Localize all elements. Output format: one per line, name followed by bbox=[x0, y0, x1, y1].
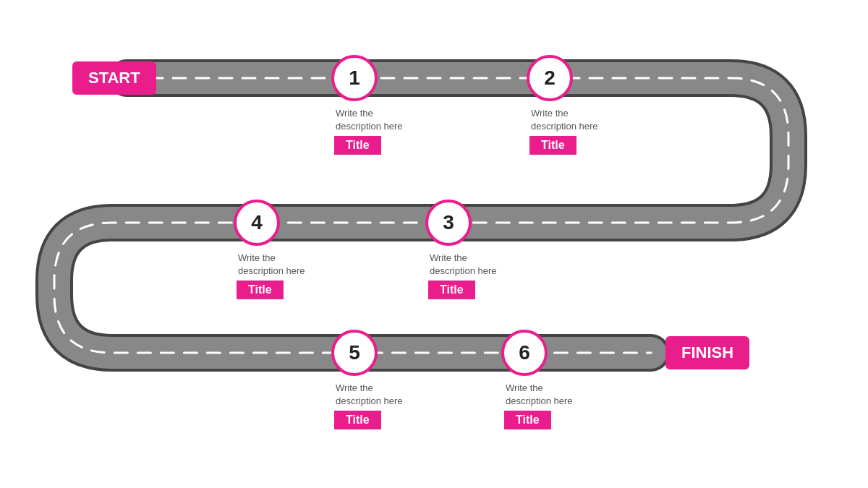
canvas: START FINISH 1 Write the description her… bbox=[0, 0, 868, 488]
step-number-5: 5 bbox=[349, 341, 360, 364]
step-circle-2: 2 bbox=[527, 55, 573, 101]
step-number-2: 2 bbox=[544, 67, 556, 90]
step-title-6: Title bbox=[504, 411, 551, 429]
step-info-5: Write the description here Title bbox=[334, 382, 403, 429]
step-desc-6: Write the description here bbox=[504, 382, 573, 408]
step-desc-3: Write the description here bbox=[428, 252, 497, 278]
step-circle-6: 6 bbox=[501, 330, 548, 376]
step-title-5: Title bbox=[334, 411, 381, 429]
step-info-4: Write the description here Title bbox=[237, 252, 305, 299]
step-circle-1: 1 bbox=[331, 55, 378, 101]
step-info-3: Write the description here Title bbox=[428, 252, 497, 299]
step-circle-4: 4 bbox=[234, 200, 280, 246]
step-desc-4: Write the description here bbox=[237, 252, 305, 278]
step-title-1: Title bbox=[334, 136, 381, 155]
step-desc-1: Write the description here bbox=[334, 107, 403, 133]
step-desc-5: Write the description here bbox=[334, 382, 403, 408]
step-title-2: Title bbox=[529, 136, 576, 155]
step-number-4: 4 bbox=[251, 211, 263, 234]
step-info-2: Write the description here Title bbox=[529, 107, 598, 155]
step-number-6: 6 bbox=[519, 341, 530, 364]
step-number-3: 3 bbox=[443, 211, 454, 234]
step-info-1: Write the description here Title bbox=[334, 107, 403, 155]
step-title-4: Title bbox=[237, 281, 284, 299]
step-title-3: Title bbox=[428, 281, 475, 299]
step-number-1: 1 bbox=[349, 67, 360, 90]
start-label: START bbox=[72, 61, 156, 95]
step-desc-2: Write the description here bbox=[529, 107, 598, 133]
step-info-6: Write the description here Title bbox=[504, 382, 573, 429]
step-circle-3: 3 bbox=[425, 200, 472, 246]
finish-label: FINISH bbox=[665, 336, 749, 369]
step-circle-5: 5 bbox=[331, 330, 378, 376]
